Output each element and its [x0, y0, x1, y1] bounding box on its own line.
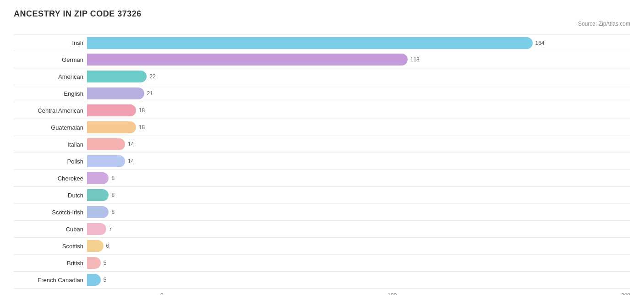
bar-track: 6: [87, 238, 630, 254]
bar-value-label: 6: [106, 240, 109, 252]
bar-row: Scotch-Irish8: [14, 204, 630, 221]
bar-fill: [87, 189, 109, 201]
bar-track: 5: [87, 272, 630, 288]
bar-track: 118: [87, 51, 630, 68]
bar-value-label: 8: [111, 189, 115, 201]
bar-row: American22: [14, 68, 630, 85]
bar-value-label: 14: [128, 155, 134, 167]
bar-row: Dutch8: [14, 187, 630, 204]
bar-track: 14: [87, 153, 630, 169]
bar-track: 8: [87, 187, 630, 203]
bar-row: Guatemalan18: [14, 119, 630, 136]
bar-fill: [87, 257, 101, 269]
bar-track: 8: [87, 204, 630, 220]
bar-track: 14: [87, 136, 630, 153]
bar-row: Cherokee8: [14, 170, 630, 187]
bar-label: British: [14, 260, 87, 267]
source-label: Source: ZipAtlas.com: [14, 21, 630, 27]
bar-value-label: 18: [139, 104, 145, 116]
x-tick: 0: [160, 292, 164, 295]
bar-row: German118: [14, 51, 630, 68]
bar-fill: [87, 172, 109, 184]
bar-value-label: 22: [149, 71, 155, 82]
x-ticks: 0100200: [160, 290, 630, 295]
bar-fill: [87, 223, 106, 235]
bar-label: Central American: [14, 107, 87, 114]
bar-row: French Canadian5: [14, 272, 630, 289]
bar-track: 18: [87, 102, 630, 119]
bar-value-label: 164: [535, 37, 545, 49]
bar-label: German: [14, 56, 87, 63]
bar-row: Cuban7: [14, 221, 630, 238]
bar-row: Polish14: [14, 153, 630, 170]
bar-fill: [87, 155, 125, 167]
bar-fill: [87, 138, 125, 150]
bar-label: Dutch: [14, 192, 87, 199]
bar-label: Irish: [14, 39, 87, 46]
bar-track: 18: [87, 119, 630, 136]
chart-area: Irish164German118American22English21Cent…: [14, 34, 630, 289]
bar-fill: [87, 206, 109, 218]
x-axis: 0100200: [87, 290, 630, 295]
bar-fill: [87, 87, 144, 99]
bar-label: Polish: [14, 158, 87, 165]
bar-row: Italian14: [14, 136, 630, 153]
bar-label: French Canadian: [14, 277, 87, 284]
bar-fill: [87, 37, 533, 49]
bar-label: English: [14, 90, 87, 97]
bar-row: Scottish6: [14, 238, 630, 255]
bar-track: 22: [87, 68, 630, 85]
bar-fill: [87, 71, 147, 82]
bar-track: 21: [87, 85, 630, 102]
bar-label: American: [14, 73, 87, 80]
bar-track: 7: [87, 221, 630, 237]
bar-value-label: 5: [104, 274, 107, 286]
bar-label: Cherokee: [14, 175, 87, 182]
bar-value-label: 118: [410, 54, 420, 66]
bar-value-label: 5: [104, 257, 107, 269]
bar-value-label: 8: [111, 172, 115, 184]
bar-label: Scotch-Irish: [14, 209, 87, 216]
bar-value-label: 21: [147, 87, 153, 99]
bar-row: Irish164: [14, 34, 630, 51]
bar-label: Guatemalan: [14, 124, 87, 131]
bar-row: English21: [14, 85, 630, 102]
bar-fill: [87, 274, 101, 286]
x-tick: 100: [387, 292, 397, 295]
bar-value-label: 18: [139, 121, 145, 133]
bar-value-label: 7: [109, 223, 112, 235]
bar-track: 5: [87, 255, 630, 271]
bar-label: Scottish: [14, 243, 87, 250]
bar-row: Central American18: [14, 102, 630, 119]
bar-value-label: 8: [111, 206, 115, 218]
chart-title: ANCESTRY IN ZIP CODE 37326: [14, 9, 630, 19]
x-tick: 200: [621, 292, 630, 295]
bar-fill: [87, 240, 104, 252]
bar-track: 164: [87, 35, 630, 51]
bar-fill: [87, 104, 136, 116]
bar-value-label: 14: [128, 138, 134, 150]
bar-row: British5: [14, 255, 630, 272]
bar-track: 8: [87, 170, 630, 186]
bar-label: Cuban: [14, 226, 87, 233]
bar-fill: [87, 121, 136, 133]
bar-fill: [87, 54, 408, 66]
bar-label: Italian: [14, 141, 87, 148]
